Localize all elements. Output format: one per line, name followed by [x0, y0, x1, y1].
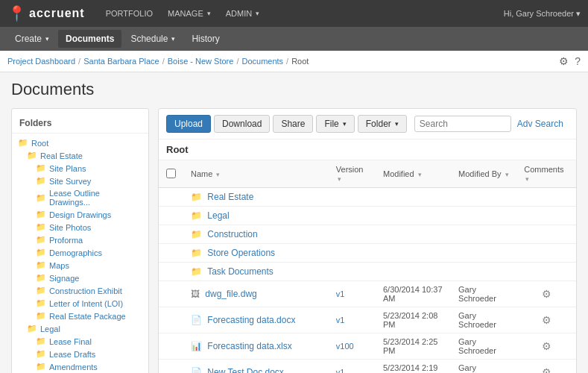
row-gear-icon[interactable]: ⚙: [542, 340, 551, 352]
tree-label-site-plans: Site Plans: [49, 164, 86, 173]
adv-search-link[interactable]: Adv Search: [517, 119, 563, 129]
file-table: Name ▾ Version ▾ Modified ▾ Modified B: [159, 160, 576, 373]
breadcrumb-documents[interactable]: Documents: [241, 57, 283, 66]
tree-item-site-plans[interactable]: 📁 Site Plans: [15, 162, 145, 175]
tree-item-lease-final[interactable]: 📁 Lease Final: [15, 335, 145, 348]
search-input[interactable]: [414, 116, 511, 132]
row-modified-by: Gary Schroeder: [451, 281, 516, 307]
file-button[interactable]: File ▾: [316, 115, 354, 133]
breadcrumb-boise[interactable]: Boise - New Store: [168, 57, 234, 66]
row-modified-by: Gary Schroeder: [451, 360, 516, 374]
tree-item-root[interactable]: 📁 Root: [15, 137, 145, 149]
col-modified-by-header[interactable]: Modified By ▾: [451, 160, 516, 188]
nav-manage[interactable]: MANAGE ▾: [162, 6, 217, 21]
row-gear: ⚙: [516, 281, 576, 307]
col-comments-header[interactable]: Comments ▾: [516, 160, 576, 188]
col-modified-header[interactable]: Modified ▾: [376, 160, 451, 188]
nav-create[interactable]: Create ▾: [7, 30, 57, 48]
settings-icon[interactable]: ⚙: [559, 55, 569, 67]
breadcrumb-project-dashboard[interactable]: Project Dashboard: [7, 57, 75, 66]
breadcrumb-bar: Project Dashboard / Santa Barbara Place …: [0, 51, 588, 72]
upload-button[interactable]: Upload: [166, 115, 211, 133]
file-link-6[interactable]: Forecasting data.docx: [207, 315, 295, 325]
table-row: 📄 New Test Doc.docx v1 5/23/2014 2:19 PM…: [159, 360, 576, 374]
file-link-0[interactable]: Real Estate: [207, 192, 253, 202]
folder-icon: 📁: [36, 349, 46, 359]
tree-item-lease-drafts[interactable]: 📁 Lease Drafts: [15, 348, 145, 360]
table-header-row: Name ▾ Version ▾ Modified ▾ Modified B: [159, 160, 576, 188]
file-link-4[interactable]: Task Documents: [207, 266, 274, 277]
folder-icon: 📁: [36, 273, 46, 283]
row-modified-by: [451, 207, 516, 225]
table-row: 📊 Forecasting data.xlsx v100 5/23/2014 2…: [159, 333, 576, 360]
tree-item-loi[interactable]: 📁 Letter of Intent (LOI): [15, 297, 145, 310]
tree-label-lease-drafts: Lease Drafts: [49, 350, 95, 359]
tree-item-demographics[interactable]: 📁 Demographics: [15, 246, 145, 259]
select-all-checkbox[interactable]: [166, 169, 176, 178]
tree-item-site-survey[interactable]: 📁 Site Survey: [15, 175, 145, 187]
col-name-header[interactable]: Name ▾: [183, 160, 329, 188]
row-gear-icon[interactable]: ⚙: [542, 366, 551, 373]
folder-button[interactable]: Folder ▾: [358, 115, 407, 133]
logo[interactable]: 📍 accruent: [7, 4, 85, 22]
file-link-1[interactable]: Legal: [207, 210, 229, 221]
tree-item-signage[interactable]: 📁 Signage: [15, 272, 145, 284]
modified-sort-icon: ▾: [418, 171, 422, 178]
breadcrumb-sep-4: /: [286, 57, 288, 66]
folder-tree: 📁 Root 📁 Real Estate 📁 Site Plans 📁 Site…: [12, 137, 148, 373]
row-gear: ⚙: [516, 360, 576, 374]
row-modified-by: [451, 244, 516, 263]
row-modified: [376, 207, 451, 225]
nav-history[interactable]: History: [184, 30, 227, 48]
breadcrumb-sep-2: /: [162, 57, 165, 66]
help-icon[interactable]: ?: [575, 55, 581, 67]
row-name: 📁 Store Operations: [183, 244, 329, 263]
nav-documents[interactable]: Documents: [58, 30, 121, 48]
page-content: Documents Folders 📁 Root 📁 Real Estate 📁…: [0, 72, 588, 373]
file-link-2[interactable]: Construction: [207, 229, 257, 239]
tree-item-site-photos[interactable]: 📁 Site Photos: [15, 221, 145, 233]
nav-schedule[interactable]: Schedule ▾: [123, 30, 183, 48]
folder-icon: 📁: [36, 260, 46, 270]
col-version-header[interactable]: Version ▾: [329, 160, 376, 188]
row-name: 📊 Forecasting data.xlsx: [183, 333, 329, 360]
file-link-5[interactable]: dwg_file.dwg: [205, 289, 256, 299]
tree-item-real-estate-package[interactable]: 📁 Real Estate Package: [15, 310, 145, 322]
tree-label-proforma: Proforma: [49, 236, 83, 245]
row-modified-by: [451, 225, 516, 244]
row-version: v1: [329, 307, 376, 333]
user-menu[interactable]: Hi, Gary Schroeder ▾: [504, 9, 581, 19]
tree-item-amendments[interactable]: 📁 Amendments: [15, 360, 145, 373]
tree-item-lease-outline[interactable]: 📁 Lease Outline Drawings...: [15, 187, 145, 208]
file-link-3[interactable]: Store Operations: [207, 248, 275, 258]
download-button[interactable]: Download: [214, 115, 270, 133]
tree-item-proforma[interactable]: 📁 Proforma: [15, 233, 145, 246]
row-name: 📄 Forecasting data.docx: [183, 307, 329, 333]
row-gear-icon[interactable]: ⚙: [542, 314, 551, 326]
nav-portfolio[interactable]: PORTFOLIO: [100, 6, 159, 21]
share-button[interactable]: Share: [273, 115, 313, 133]
breadcrumb-santa-barbara[interactable]: Santa Barbara Place: [83, 57, 159, 66]
col-checkbox[interactable]: [159, 160, 183, 188]
tree-label-real-estate: Real Estate: [40, 151, 83, 160]
folder-icon: 📁: [27, 324, 37, 333]
nav-admin[interactable]: ADMIN ▾: [220, 6, 265, 21]
tree-item-maps[interactable]: 📁 Maps: [15, 259, 145, 272]
file-link-7[interactable]: Forecasting data.xlsx: [207, 341, 291, 351]
tree-label-signage: Signage: [49, 274, 79, 283]
row-checkbox: [159, 188, 183, 207]
row-gear-icon[interactable]: ⚙: [542, 288, 551, 300]
table-row: 📄 Forecasting data.docx v1 5/23/2014 2:0…: [159, 307, 576, 333]
file-link-8[interactable]: New Test Doc.docx: [207, 367, 284, 373]
row-version: v100: [329, 333, 376, 360]
folder-icon: 📁: [36, 210, 46, 219]
row-modified: 5/23/2014 2:25 PM: [376, 333, 451, 360]
row-gear: [516, 225, 576, 244]
tree-item-construction-exhibit[interactable]: 📁 Construction Exhibit: [15, 284, 145, 297]
breadcrumb-sep-1: /: [78, 57, 80, 66]
tree-item-real-estate[interactable]: 📁 Real Estate: [15, 149, 145, 162]
tree-item-design-drawings[interactable]: 📁 Design Drawings: [15, 208, 145, 221]
tree-item-legal[interactable]: 📁 Legal: [15, 322, 145, 335]
row-modified: [376, 244, 451, 263]
row-gear: ⚙: [516, 307, 576, 333]
